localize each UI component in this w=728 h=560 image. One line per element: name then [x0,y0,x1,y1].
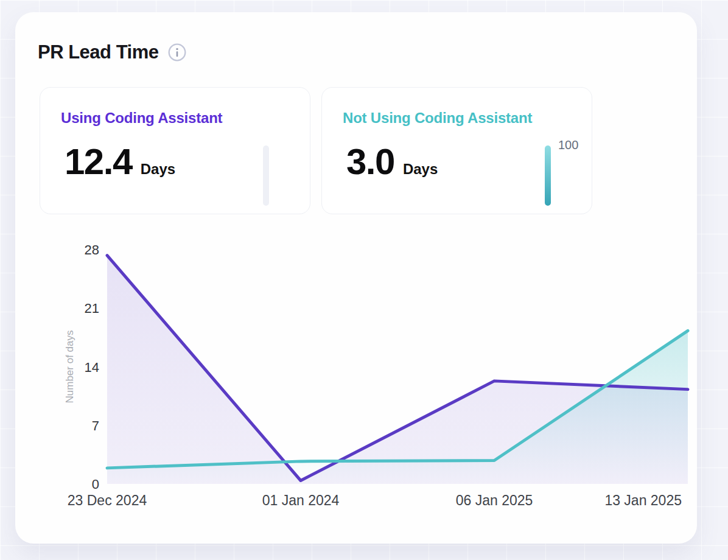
svg-text:01 Jan 2024: 01 Jan 2024 [262,492,340,508]
svg-text:0: 0 [92,477,99,492]
pr-lead-time-card: PR Lead Time Using Coding Assistant 12.4… [15,12,697,544]
svg-text:21: 21 [85,301,99,316]
svg-text:28: 28 [85,242,99,257]
svg-text:23 Dec 2024: 23 Dec 2024 [68,492,147,508]
svg-text:06 Jan 2025: 06 Jan 2025 [456,492,533,508]
svg-text:7: 7 [92,418,99,433]
line-chart[interactable]: 07142128Number of days23 Dec 202401 Jan … [15,12,697,544]
svg-text:Number of days: Number of days [64,331,75,404]
svg-text:13 Jan 2025: 13 Jan 2025 [604,492,682,508]
svg-text:14: 14 [85,360,99,375]
